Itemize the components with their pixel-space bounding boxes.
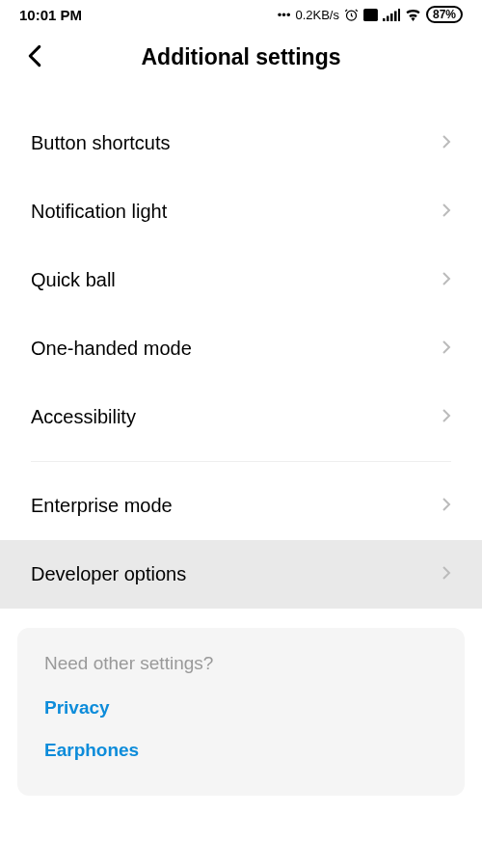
page-title: Additional settings [19,44,463,70]
chevron-right-icon [442,339,451,359]
help-link-earphones[interactable]: Earphones [44,740,438,761]
list-item-label: Notification light [31,201,167,223]
svg-rect-4 [390,14,393,21]
volte-icon [363,9,378,21]
chevron-right-icon [442,271,451,290]
battery-icon: 87% [426,6,463,23]
status-time: 10:01 PM [19,7,82,23]
divider [31,461,451,462]
svg-rect-6 [398,9,400,21]
dots-icon: ••• [278,8,291,22]
chevron-right-icon [442,203,451,222]
header: Additional settings [0,27,482,90]
settings-list: Button shortcuts Notification light Quic… [0,90,482,609]
help-card: Need other settings? Privacy Earphones [17,628,465,796]
list-item-label: Button shortcuts [31,132,171,154]
chevron-right-icon [442,134,451,153]
alarm-icon [344,8,359,22]
chevron-right-icon [442,565,451,584]
list-item-label: One-handed mode [31,338,192,360]
svg-rect-5 [394,11,397,21]
item-button-shortcuts[interactable]: Button shortcuts [0,109,482,177]
network-speed: 0.2KB/s [295,8,339,22]
item-quick-ball[interactable]: Quick ball [0,246,482,314]
status-bar: 10:01 PM ••• 0.2KB/s 87% [0,0,482,27]
wifi-icon [405,9,421,21]
back-icon [27,44,42,68]
svg-rect-2 [383,18,386,21]
help-link-privacy[interactable]: Privacy [44,697,438,719]
chevron-right-icon [442,497,451,516]
list-item-label: Quick ball [31,269,116,291]
chevron-right-icon [442,408,451,427]
list-item-label: Enterprise mode [31,495,173,517]
signal-icon [383,9,400,21]
item-developer-options[interactable]: Developer options [0,540,482,609]
item-accessibility[interactable]: Accessibility [0,383,482,451]
item-one-handed-mode[interactable]: One-handed mode [0,314,482,383]
list-item-label: Accessibility [31,406,136,428]
status-right: ••• 0.2KB/s 87% [278,6,463,23]
list-item-label: Developer options [31,563,186,585]
item-notification-light[interactable]: Notification light [0,177,482,246]
help-title: Need other settings? [44,653,438,674]
svg-rect-3 [387,15,389,21]
item-enterprise-mode[interactable]: Enterprise mode [0,472,482,540]
back-button[interactable] [27,44,42,68]
svg-rect-1 [363,9,378,21]
